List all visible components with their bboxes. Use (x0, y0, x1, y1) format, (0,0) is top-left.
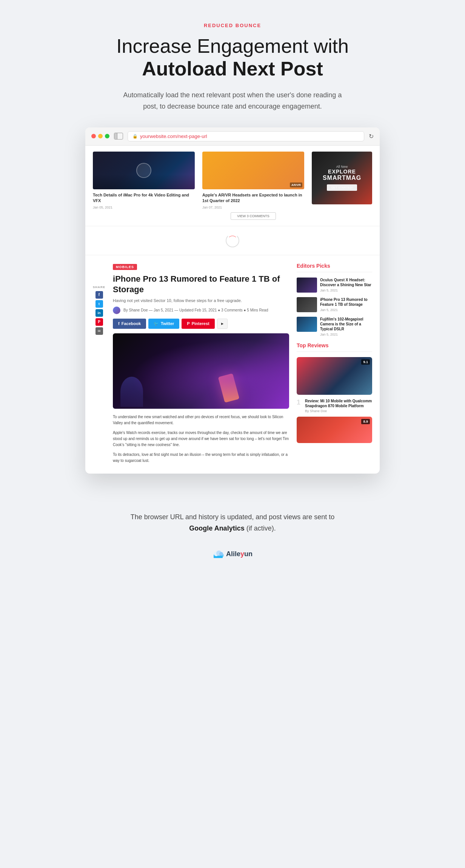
pinterest-icon: P (187, 321, 189, 326)
article-main: SHARE f t in P ✉ MOBILES iPhone Pro 13 R… (85, 255, 380, 474)
article-body-3: To its detractors, love at first sight m… (113, 452, 289, 464)
review-hero-img: 9.1 (297, 357, 372, 395)
loading-spinner (226, 234, 239, 247)
read-time-sep: ● (244, 308, 247, 312)
review-number-1: 1 (297, 399, 303, 413)
article-subtitle: Having not yet visited Sector 10, follow… (113, 298, 289, 303)
browser-toolbar: 🔒 yourwebsite.com/next-page-url ↻ (85, 127, 380, 146)
sidebar-item-date-2: Jan 5, 2021 (320, 308, 372, 312)
article-hero-image (113, 333, 289, 409)
sidebar-item-date-1: Jan 5, 2021 (320, 288, 372, 292)
author-name: By Shane Doe (123, 308, 148, 312)
more-share-btn[interactable]: ▸ (217, 319, 228, 329)
article-card-2: AR/VR Apple's AR/VR Headsets are Expecte… (202, 152, 304, 220)
article-sidebar: Editors Picks Oculus Quest X Headset: Di… (297, 263, 372, 468)
facebook-label: Facebook (122, 321, 141, 326)
twitter-share-btn[interactable]: 🐦 Twitter (148, 319, 179, 329)
lock-icon: 🔒 (132, 134, 138, 139)
loading-spinner-container (85, 226, 380, 255)
svg-rect-3 (214, 555, 223, 558)
bottom-text-suffix-text: (if active). (246, 524, 276, 532)
sidebar-ad: All New EXPLORE SMARTMAG GET STARTED! (312, 152, 372, 220)
svg-point-6 (219, 552, 223, 556)
address-text: yourwebsite.com/next-page-url (140, 133, 207, 139)
maximize-dot[interactable] (105, 134, 109, 138)
social-share-row: f Facebook 🐦 Twitter P Pinterest ▸ (113, 319, 289, 329)
article-title-2: Apple's AR/VR Headsets are Expected to l… (202, 192, 304, 204)
sidebar-toggle-icon[interactable] (114, 133, 123, 140)
bottom-text: The browser URL and history is updated, … (131, 511, 335, 534)
view-comments-btn[interactable]: VIEW 3 COMMENTS (231, 212, 276, 220)
articles-preview: Tech Details of iMac Pro for 4k Video Ed… (85, 146, 380, 226)
footer-logo-accent: y (240, 550, 244, 558)
author-dates: — (149, 308, 154, 312)
share-twitter-icon[interactable]: t (95, 300, 103, 308)
share-sidebar: SHARE f t in P ✉ (93, 263, 105, 468)
author-row: By Shane Doe — Jan 5, 2021 — Updated Feb… (113, 307, 289, 314)
address-bar[interactable]: 🔒 yourwebsite.com/next-page-url (128, 131, 364, 141)
sidebar-item-1: Oculus Quest X Headset: Discover a Shini… (297, 278, 372, 293)
hero-title-line1: Increase Engagement with (115, 35, 350, 58)
pinterest-share-btn[interactable]: P Pinterest (182, 319, 214, 329)
ad-box: All New EXPLORE SMARTMAG GET STARTED! (312, 152, 372, 204)
sidebar-item-info-2: iPhone Pro 13 Rumored to Feature 1 TB of… (320, 297, 372, 312)
phone-glow (218, 373, 240, 403)
bottom-text-bold: Google Analytics (189, 524, 244, 532)
sidebar-item-title-1: Oculus Quest X Headset: Discover a Shini… (320, 278, 372, 287)
top-reviews-section: Top Reviews 9.1 1 Review: Mi 10 Mobile w… (297, 342, 372, 443)
bottom-text-normal: The browser URL and history is updated, … (131, 513, 335, 521)
review-author-1: By Shane Doe (305, 409, 372, 413)
minimize-dot[interactable] (98, 134, 103, 138)
more-share-icon: ▸ (221, 321, 223, 326)
sidebar-item-date-3: Jan 5, 2021 (320, 333, 372, 336)
browser-mockup: 🔒 yourwebsite.com/next-page-url ↻ Tech D… (85, 127, 380, 474)
article-body-1: To understand the new smart watched and … (113, 414, 289, 426)
twitter-label: Twitter (161, 321, 174, 326)
share-facebook-icon[interactable]: f (95, 291, 103, 299)
share-email-icon[interactable]: ✉ (95, 327, 103, 335)
share-label: SHARE (93, 285, 105, 289)
editors-picks-title: Editors Picks (297, 263, 372, 272)
article-comments: 3 Comments (221, 308, 243, 312)
sidebar-item-info-3: Fujifilm's 102-Megapixel Camera is the S… (320, 317, 372, 336)
article-img-vr (93, 152, 195, 189)
close-dot[interactable] (91, 134, 96, 138)
review-title-1: Review: Mi 10 Mobile with Qualcomm Snapd… (305, 399, 372, 408)
reload-icon[interactable]: ↻ (369, 133, 374, 140)
article-card-1: Tech Details of iMac Pro for 4k Video Ed… (93, 152, 195, 220)
article-date-1: Jan 05, 2021 (93, 205, 195, 209)
sidebar-item-3: Fujifilm's 102-Megapixel Camera is the S… (297, 317, 372, 336)
review-score-2: 8.9 (361, 419, 370, 424)
review-item-1: 1 Review: Mi 10 Mobile with Qualcomm Sna… (297, 399, 372, 413)
browser-content: Tech Details of iMac Pro for 4k Video Ed… (85, 146, 380, 474)
twitter-icon: 🐦 (154, 321, 159, 326)
ad-brand: SMARTMAG (323, 175, 361, 181)
article-date-2: Jan 07, 2021 (202, 205, 304, 209)
footer-branding: Alileyun (212, 550, 253, 558)
bottom-section: The browser URL and history is updated, … (131, 511, 335, 539)
article-read-time: 5 Mins Read (247, 308, 268, 312)
person-silhouette (120, 377, 143, 407)
hero-title: Increase Engagement with Autoload Next P… (115, 35, 350, 80)
review-info-1: Review: Mi 10 Mobile with Qualcomm Snapd… (305, 399, 372, 413)
sidebar-item-info-1: Oculus Quest X Headset: Discover a Shini… (320, 278, 372, 292)
facebook-share-btn[interactable]: f Facebook (113, 319, 146, 329)
article-body-2: Apple's Watch records exercise, tracks o… (113, 430, 289, 448)
share-linkedin-icon[interactable]: in (95, 309, 103, 317)
author-avatar (113, 307, 120, 314)
article-date-updated: Jan 5, 2021 — Updated Feb 15, 2021 (154, 308, 217, 312)
category-badge: MOBILES (113, 264, 137, 270)
comments-count: ● (218, 308, 221, 312)
sidebar-thumb-2 (297, 297, 317, 312)
ad-get-started-btn[interactable]: GET STARTED! (327, 184, 357, 191)
review-score-badge: 9.1 (361, 359, 370, 365)
hero-section: REDUCED BOUNCE Increase Engagement with … (115, 23, 350, 112)
top-reviews-title: Top Reviews (297, 342, 372, 352)
share-pinterest-icon[interactable]: P (95, 318, 103, 326)
ad-all-new: All New (336, 165, 348, 169)
footer-logo-text: Alileyun (226, 550, 253, 558)
ad-explore: EXPLORE (328, 169, 356, 175)
pinterest-label: Pinterest (192, 321, 209, 326)
hero-title-line2: Autoload Next Post (115, 58, 350, 80)
sidebar-thumb-1 (297, 278, 317, 293)
